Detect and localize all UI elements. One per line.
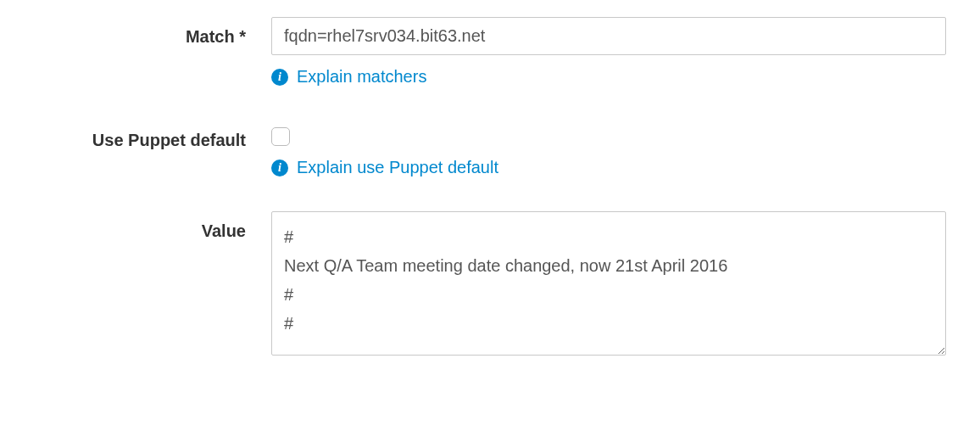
puppet-default-checkbox[interactable]	[271, 127, 290, 146]
puppet-default-input-col: i Explain use Puppet default	[271, 120, 946, 203]
explain-puppet-default-link[interactable]: Explain use Puppet default	[297, 158, 498, 177]
explain-matchers-link[interactable]: Explain matchers	[297, 67, 426, 87]
match-help-row: i Explain matchers	[271, 67, 946, 87]
value-row: Value	[34, 211, 946, 360]
value-label: Value	[34, 211, 271, 241]
match-input[interactable]	[271, 17, 946, 55]
puppet-default-label: Use Puppet default	[34, 120, 271, 150]
match-label: Match *	[34, 17, 271, 47]
match-row: Match * i Explain matchers	[34, 17, 946, 112]
value-input-col	[271, 211, 946, 360]
puppet-default-row: Use Puppet default i Explain use Puppet …	[34, 120, 946, 203]
match-input-col: i Explain matchers	[271, 17, 946, 112]
info-icon: i	[271, 160, 288, 176]
puppet-default-help-row: i Explain use Puppet default	[271, 158, 946, 177]
value-textarea[interactable]	[271, 211, 946, 356]
info-icon: i	[271, 69, 288, 86]
